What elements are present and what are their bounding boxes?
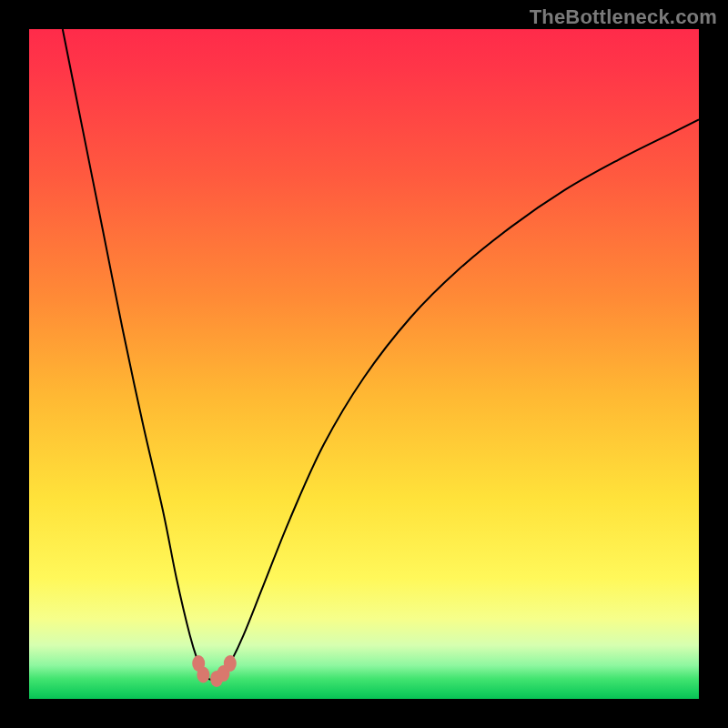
curve-markers	[192, 655, 237, 687]
bottleneck-curve	[63, 29, 699, 680]
chart-frame: TheBottleneck.com	[0, 0, 728, 728]
watermark-text: TheBottleneck.com	[530, 5, 717, 29]
curve-marker	[224, 655, 237, 672]
curve-layer	[29, 29, 699, 699]
curve-marker	[197, 667, 209, 683]
plot-area	[29, 29, 699, 699]
